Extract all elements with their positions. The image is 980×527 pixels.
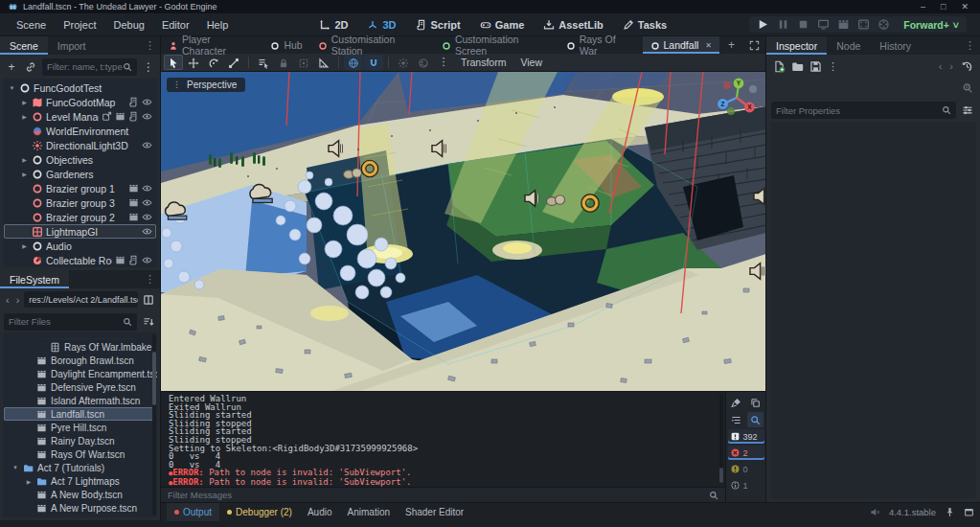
scene-tab[interactable]: Landfall ✕: [643, 36, 719, 54]
transform-menu[interactable]: Transform: [454, 57, 513, 68]
file-item[interactable]: Rays Of War.lmbake: [4, 340, 156, 354]
menu-item[interactable]: Debug: [104, 19, 152, 31]
message-count-filter[interactable]: 1: [728, 478, 764, 493]
workspace-tab[interactable]: AssetLib: [536, 18, 610, 31]
load-resource-icon[interactable]: [791, 60, 804, 73]
scene-tree-filter-input[interactable]: Filter: name, t:type, g:grou: [42, 58, 137, 76]
dock-tab-filesystem[interactable]: FileSystem: [0, 270, 69, 288]
workspace-tab[interactable]: 3D: [359, 18, 403, 31]
viewport-tool-button[interactable]: [338, 57, 339, 68]
dock-menu-icon[interactable]: ⋮: [965, 39, 975, 52]
file-item[interactable]: Rainy Day.tscn: [4, 434, 156, 447]
search-output-button[interactable]: [747, 412, 763, 427]
clear-output-button[interactable]: [728, 395, 744, 410]
tree-item[interactable]: WorldEnvironment: [4, 124, 156, 138]
sort-files-icon[interactable]: [141, 314, 156, 330]
history-forward-icon[interactable]: ›: [14, 294, 22, 306]
dock-menu-icon[interactable]: ⋮: [145, 39, 155, 52]
scene-tree-menu-icon[interactable]: ⋮: [141, 59, 156, 75]
file-item[interactable]: Island Aftermath.tscn: [4, 394, 156, 407]
edit-forward-icon[interactable]: ›: [949, 60, 953, 72]
message-count-filter[interactable]: 2: [728, 446, 764, 460]
file-item[interactable]: Pyre Hill.tscn: [4, 421, 156, 434]
menu-item[interactable]: Help: [198, 19, 238, 31]
file-item[interactable]: A New Purpose.tscn: [4, 501, 156, 515]
minimize-button[interactable]: –: [921, 2, 925, 11]
tree-item[interactable]: ▶ Objectives: [4, 152, 156, 167]
node-badges[interactable]: [128, 183, 152, 194]
node-badges[interactable]: [115, 255, 152, 265]
menu-item[interactable]: Editor: [153, 19, 198, 31]
viewport-tool-button[interactable]: [314, 55, 333, 70]
expand-arrow[interactable]: ▶: [20, 156, 29, 163]
open-docs-icon[interactable]: [962, 82, 973, 94]
menu-item[interactable]: Project: [55, 19, 104, 31]
file-item[interactable]: ▶ Act 7 Lightmaps: [4, 474, 156, 488]
resource-menu-icon[interactable]: ⋮: [828, 60, 838, 73]
expand-arrow[interactable]: ▶: [20, 99, 29, 105]
collapse-duplicates-button[interactable]: [728, 412, 744, 427]
mute-audio-icon[interactable]: [870, 507, 880, 517]
output-log[interactable]: Entered Wallrun Exited Wallrun Sliiding …: [161, 392, 725, 487]
renderer-selector[interactable]: Forward+ ˅: [903, 19, 959, 31]
expand-viewport-icon[interactable]: [743, 36, 765, 54]
viewport-extra-menu-icon[interactable]: ⋮: [434, 55, 453, 70]
scene-tab[interactable]: Player Character: [161, 36, 262, 54]
tree-item[interactable]: Collectable Root: [4, 253, 156, 267]
bottom-panel-tab[interactable]: Output: [167, 503, 219, 521]
dock-tab[interactable]: History: [870, 36, 921, 55]
file-list-scrollbar[interactable]: [152, 334, 156, 516]
expand-arrow[interactable]: ▶: [20, 242, 29, 249]
tree-item[interactable]: ▶ FuncGodotMap: [4, 95, 156, 109]
new-resource-icon[interactable]: [773, 60, 786, 73]
workspace-tab[interactable]: Tasks: [615, 18, 674, 31]
add-node-button[interactable]: +: [4, 59, 19, 75]
node-badges[interactable]: [128, 212, 152, 222]
run-button[interactable]: [837, 18, 850, 32]
dock-tab[interactable]: Scene: [0, 36, 48, 55]
view-menu[interactable]: View: [513, 57, 549, 68]
output-scrollbar[interactable]: [719, 395, 723, 484]
dock-tab[interactable]: Import: [48, 36, 96, 55]
instance-scene-button[interactable]: [23, 59, 38, 75]
filter-files-input[interactable]: Filter Files: [4, 313, 137, 331]
expand-arrow[interactable]: ▶: [25, 478, 33, 485]
viewport-tool-button[interactable]: [394, 55, 413, 70]
viewport-tool-button[interactable]: [274, 55, 293, 70]
run-button[interactable]: [857, 18, 870, 32]
edit-back-icon[interactable]: ‹: [939, 60, 943, 72]
run-button[interactable]: [797, 18, 809, 32]
run-button[interactable]: [817, 18, 830, 32]
maximize-button[interactable]: □: [941, 2, 946, 11]
viewport-tool-button[interactable]: [388, 57, 389, 68]
expand-arrow[interactable]: ▶: [20, 113, 29, 120]
expand-bottom-panel-icon[interactable]: [964, 507, 974, 517]
current-path[interactable]: res://Levels/Act 2/Landfall.tscn: [24, 291, 138, 308]
tree-item[interactable]: Brazier group 2: [4, 210, 156, 224]
node-badges[interactable]: [128, 97, 152, 107]
run-button[interactable]: [757, 18, 769, 32]
scene-tab[interactable]: Customisation Screen: [434, 36, 558, 54]
workspace-tab[interactable]: Game: [472, 18, 533, 31]
node-badges[interactable]: [142, 140, 152, 150]
viewport-tool-button[interactable]: [414, 55, 433, 70]
run-button[interactable]: [877, 18, 890, 32]
dock-menu-icon[interactable]: ⋮: [145, 273, 155, 286]
dock-tab[interactable]: Node: [827, 36, 870, 55]
history-icon[interactable]: [961, 60, 973, 73]
file-item[interactable]: ▼ Act 7 (Tutorials): [4, 461, 156, 474]
viewport-tool-button[interactable]: [294, 55, 313, 70]
file-item[interactable]: Rays Of War.tscn: [4, 447, 156, 461]
history-back-icon[interactable]: ‹: [4, 294, 11, 306]
close-button[interactable]: ✕: [961, 2, 969, 11]
perspective-menu[interactable]: ⋮ Perspective: [167, 78, 245, 92]
bottom-panel-tab[interactable]: Debugger (2): [219, 503, 300, 521]
viewport-tool-button[interactable]: [248, 57, 249, 68]
scene-tab[interactable]: Rays Of War: [558, 36, 643, 54]
file-item[interactable]: Defensive Pyre.tscn: [4, 380, 156, 394]
tree-item[interactable]: ▶ Audio: [4, 239, 156, 253]
node-badges[interactable]: [142, 226, 152, 237]
new-scene-tab-button[interactable]: +: [719, 36, 743, 54]
dock-tab[interactable]: Inspector: [766, 36, 827, 55]
filter-properties-input[interactable]: Filter Properties: [771, 102, 956, 119]
